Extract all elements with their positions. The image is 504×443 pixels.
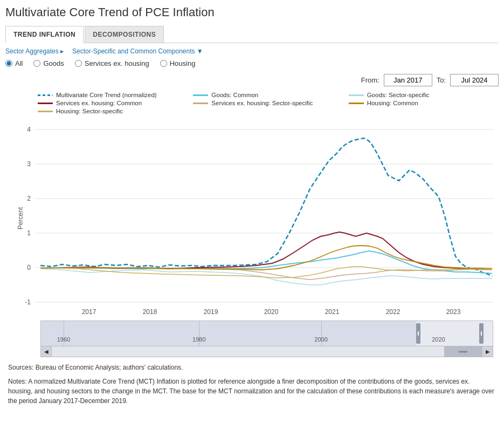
svg-text:2: 2 — [27, 195, 31, 202]
from-date-input[interactable] — [384, 74, 432, 86]
sub-tab-sector-aggregates[interactable]: Sector Aggregates ▸ — [5, 47, 64, 55]
legend-goods-common: Goods: Common — [193, 92, 343, 98]
scrollbar-container: 1960 1980 2000 2020 ◀ — [40, 321, 493, 357]
to-label: To: — [437, 76, 446, 84]
svg-text:2020: 2020 — [264, 308, 279, 316]
svg-text:2021: 2021 — [325, 308, 340, 316]
chart-svg: 4 3 2 1 0 -1 2017 2018 2019 2020 2021 20… — [35, 119, 499, 318]
legend-services-common: Services ex. housing: Common — [38, 100, 188, 106]
svg-text:2018: 2018 — [143, 308, 157, 316]
tab-bar: TREND INFLATION DECOMPOSITIONS — [5, 26, 499, 43]
to-date-input[interactable] — [450, 74, 499, 86]
scroll-track — [52, 346, 482, 357]
svg-text:3: 3 — [27, 160, 31, 168]
scrollbar-right-handle[interactable] — [479, 323, 484, 344]
sub-tab-sector-specific[interactable]: Sector-Specific and Common Components ▼ — [72, 47, 203, 55]
page-wrapper: Multivariate Core Trend of PCE Inflation… — [0, 0, 504, 443]
legend-line-goods-common — [193, 94, 208, 96]
mct-line — [40, 138, 492, 276]
legend-line-goods-sector — [349, 94, 364, 96]
sub-tab-bar: Sector Aggregates ▸ Sector-Specific and … — [5, 47, 499, 55]
notes-text: Notes: A normalized Multivariate Core Tr… — [8, 377, 496, 406]
filter-radio-group: All Goods Services ex. housing Housing — [5, 59, 499, 67]
chart-legend: Multivariate Core Trend (normalized) Goo… — [5, 92, 499, 114]
scrollbar-left-handle[interactable] — [416, 323, 420, 344]
legend-label-goods-sector: Goods: Sector-specific — [367, 92, 430, 98]
housing-common-line — [40, 246, 492, 270]
scrollbar-year-1960: 1960 — [57, 336, 70, 343]
scrollbar-year-1980: 1980 — [192, 336, 205, 343]
svg-text:-1: -1 — [25, 298, 31, 306]
legend-services-sector: Services ex. housing: Sector-specific — [193, 100, 343, 106]
scrollbar-year-2000: 2000 — [314, 336, 327, 343]
date-range-row: From: To: — [5, 74, 499, 86]
scroll-right-button[interactable]: ▶ — [482, 346, 493, 357]
y-axis-label-container: Percent — [5, 119, 35, 318]
legend-label-goods-common: Goods: Common — [211, 92, 258, 98]
svg-text:4: 4 — [27, 126, 31, 133]
chart-section: Percent 4 3 2 1 0 -1 — [5, 119, 499, 318]
legend-mct: Multivariate Core Trend (normalized) — [38, 92, 188, 98]
radio-all[interactable]: All — [5, 59, 23, 67]
from-label: From: — [361, 76, 379, 84]
chart-plot-area: 4 3 2 1 0 -1 2017 2018 2019 2020 2021 20… — [35, 119, 499, 318]
radio-goods[interactable]: Goods — [33, 59, 64, 67]
legend-label-housing-sector: Housing: Sector-specific — [56, 108, 123, 114]
svg-text:0: 0 — [27, 264, 31, 271]
legend-housing-common: Housing: Common — [349, 100, 499, 106]
svg-text:2017: 2017 — [82, 308, 96, 316]
radio-services[interactable]: Services ex. housing — [75, 59, 149, 67]
legend-line-housing-common — [349, 103, 364, 104]
page-title: Multivariate Core Trend of PCE Inflation — [5, 5, 499, 19]
legend-label-services-common: Services ex. housing: Common — [56, 100, 142, 106]
legend-housing-sector: Housing: Sector-specific — [38, 108, 188, 114]
legend-label-mct: Multivariate Core Trend (normalized) — [56, 92, 157, 98]
scroll-nav-bar: ◀ ▶ — [40, 346, 493, 357]
tab-decompositions[interactable]: DECOMPOSITIONS — [85, 26, 164, 43]
legend-line-services-sector — [193, 103, 208, 104]
scrollbar-year-2020: 2020 — [432, 336, 445, 343]
legend-line-services-common — [38, 103, 53, 104]
svg-text:2023: 2023 — [446, 308, 461, 316]
tab-trend-inflation[interactable]: TREND INFLATION — [5, 26, 84, 43]
svg-text:2019: 2019 — [204, 308, 218, 316]
svg-text:1: 1 — [27, 229, 31, 237]
scroll-thumb[interactable] — [444, 346, 482, 357]
timeline-scrollbar[interactable]: 1960 1980 2000 2020 — [40, 321, 493, 346]
legend-line-mct — [38, 94, 53, 96]
scroll-thumb-grip — [459, 351, 467, 352]
legend-label-housing-common: Housing: Common — [367, 100, 418, 106]
legend-line-housing-sector — [38, 111, 53, 112]
legend-goods-sector: Goods: Sector-specific — [349, 92, 499, 98]
radio-housing[interactable]: Housing — [160, 59, 196, 67]
svg-text:2022: 2022 — [386, 308, 401, 316]
notes-area: Sources: Bureau of Economic Analysis; au… — [5, 363, 499, 406]
y-axis-label: Percent — [17, 207, 24, 229]
legend-label-services-sector: Services ex. housing: Sector-specific — [211, 100, 313, 106]
scroll-left-button[interactable]: ◀ — [41, 346, 52, 357]
sources-text: Sources: Bureau of Economic Analysis; au… — [8, 363, 496, 372]
